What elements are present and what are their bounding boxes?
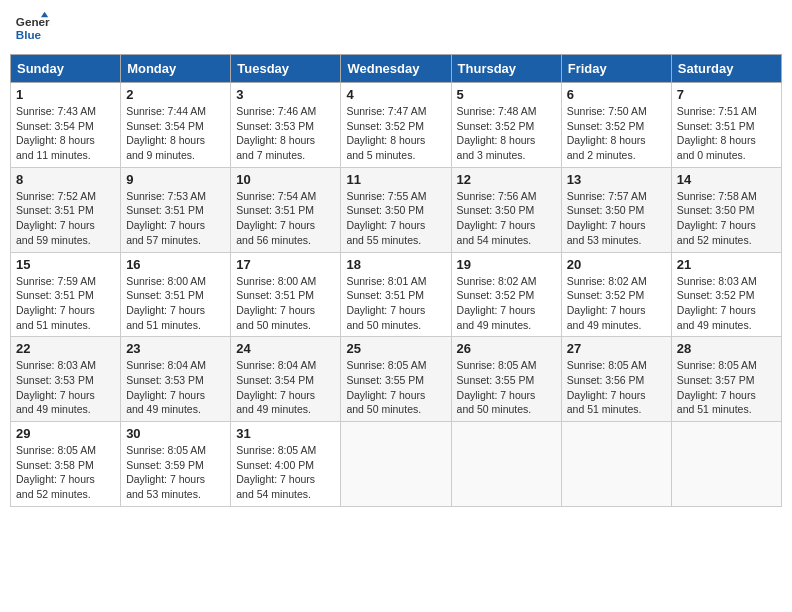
day-number: 16 [126, 257, 225, 272]
calendar-week-1: 1 Sunrise: 7:43 AMSunset: 3:54 PMDayligh… [11, 83, 782, 168]
calendar-week-3: 15 Sunrise: 7:59 AMSunset: 3:51 PMDaylig… [11, 252, 782, 337]
page-header: General Blue [10, 10, 782, 46]
calendar-day: 29 Sunrise: 8:05 AMSunset: 3:58 PMDaylig… [11, 422, 121, 507]
calendar-day: 27 Sunrise: 8:05 AMSunset: 3:56 PMDaylig… [561, 337, 671, 422]
calendar-day: 22 Sunrise: 8:03 AMSunset: 3:53 PMDaylig… [11, 337, 121, 422]
day-detail: Sunrise: 8:03 AMSunset: 3:52 PMDaylight:… [677, 274, 776, 333]
weekday-header-tuesday: Tuesday [231, 55, 341, 83]
day-number: 24 [236, 341, 335, 356]
calendar-day: 24 Sunrise: 8:04 AMSunset: 3:54 PMDaylig… [231, 337, 341, 422]
calendar-day: 4 Sunrise: 7:47 AMSunset: 3:52 PMDayligh… [341, 83, 451, 168]
day-number: 26 [457, 341, 556, 356]
day-detail: Sunrise: 7:52 AMSunset: 3:51 PMDaylight:… [16, 189, 115, 248]
calendar-day: 31 Sunrise: 8:05 AMSunset: 4:00 PMDaylig… [231, 422, 341, 507]
calendar-table: SundayMondayTuesdayWednesdayThursdayFrid… [10, 54, 782, 507]
day-detail: Sunrise: 8:04 AMSunset: 3:53 PMDaylight:… [126, 358, 225, 417]
calendar-day: 13 Sunrise: 7:57 AMSunset: 3:50 PMDaylig… [561, 167, 671, 252]
calendar-day: 19 Sunrise: 8:02 AMSunset: 3:52 PMDaylig… [451, 252, 561, 337]
day-detail: Sunrise: 7:43 AMSunset: 3:54 PMDaylight:… [16, 104, 115, 163]
day-number: 20 [567, 257, 666, 272]
day-detail: Sunrise: 7:53 AMSunset: 3:51 PMDaylight:… [126, 189, 225, 248]
day-detail: Sunrise: 7:56 AMSunset: 3:50 PMDaylight:… [457, 189, 556, 248]
day-number: 5 [457, 87, 556, 102]
calendar-week-4: 22 Sunrise: 8:03 AMSunset: 3:53 PMDaylig… [11, 337, 782, 422]
calendar-day [671, 422, 781, 507]
day-detail: Sunrise: 8:05 AMSunset: 3:59 PMDaylight:… [126, 443, 225, 502]
calendar-day: 18 Sunrise: 8:01 AMSunset: 3:51 PMDaylig… [341, 252, 451, 337]
calendar-day [561, 422, 671, 507]
day-number: 31 [236, 426, 335, 441]
day-number: 28 [677, 341, 776, 356]
calendar-day: 10 Sunrise: 7:54 AMSunset: 3:51 PMDaylig… [231, 167, 341, 252]
day-number: 15 [16, 257, 115, 272]
calendar-day: 20 Sunrise: 8:02 AMSunset: 3:52 PMDaylig… [561, 252, 671, 337]
calendar-day: 26 Sunrise: 8:05 AMSunset: 3:55 PMDaylig… [451, 337, 561, 422]
calendar-day: 21 Sunrise: 8:03 AMSunset: 3:52 PMDaylig… [671, 252, 781, 337]
day-detail: Sunrise: 8:05 AMSunset: 3:57 PMDaylight:… [677, 358, 776, 417]
day-detail: Sunrise: 7:47 AMSunset: 3:52 PMDaylight:… [346, 104, 445, 163]
day-number: 11 [346, 172, 445, 187]
calendar-day: 3 Sunrise: 7:46 AMSunset: 3:53 PMDayligh… [231, 83, 341, 168]
calendar-day: 23 Sunrise: 8:04 AMSunset: 3:53 PMDaylig… [121, 337, 231, 422]
day-number: 22 [16, 341, 115, 356]
day-detail: Sunrise: 7:54 AMSunset: 3:51 PMDaylight:… [236, 189, 335, 248]
day-detail: Sunrise: 7:46 AMSunset: 3:53 PMDaylight:… [236, 104, 335, 163]
day-detail: Sunrise: 8:02 AMSunset: 3:52 PMDaylight:… [457, 274, 556, 333]
logo: General Blue [14, 10, 50, 46]
day-detail: Sunrise: 7:57 AMSunset: 3:50 PMDaylight:… [567, 189, 666, 248]
day-detail: Sunrise: 8:03 AMSunset: 3:53 PMDaylight:… [16, 358, 115, 417]
day-number: 6 [567, 87, 666, 102]
day-detail: Sunrise: 8:01 AMSunset: 3:51 PMDaylight:… [346, 274, 445, 333]
logo-icon: General Blue [14, 10, 50, 46]
day-detail: Sunrise: 8:05 AMSunset: 3:55 PMDaylight:… [346, 358, 445, 417]
day-detail: Sunrise: 7:59 AMSunset: 3:51 PMDaylight:… [16, 274, 115, 333]
day-number: 23 [126, 341, 225, 356]
calendar-day: 7 Sunrise: 7:51 AMSunset: 3:51 PMDayligh… [671, 83, 781, 168]
day-detail: Sunrise: 7:50 AMSunset: 3:52 PMDaylight:… [567, 104, 666, 163]
day-number: 8 [16, 172, 115, 187]
calendar-day: 28 Sunrise: 8:05 AMSunset: 3:57 PMDaylig… [671, 337, 781, 422]
calendar-day [451, 422, 561, 507]
calendar-day: 17 Sunrise: 8:00 AMSunset: 3:51 PMDaylig… [231, 252, 341, 337]
day-detail: Sunrise: 8:00 AMSunset: 3:51 PMDaylight:… [236, 274, 335, 333]
day-detail: Sunrise: 8:00 AMSunset: 3:51 PMDaylight:… [126, 274, 225, 333]
day-detail: Sunrise: 8:02 AMSunset: 3:52 PMDaylight:… [567, 274, 666, 333]
day-number: 27 [567, 341, 666, 356]
day-detail: Sunrise: 7:51 AMSunset: 3:51 PMDaylight:… [677, 104, 776, 163]
day-detail: Sunrise: 8:05 AMSunset: 4:00 PMDaylight:… [236, 443, 335, 502]
calendar-day: 25 Sunrise: 8:05 AMSunset: 3:55 PMDaylig… [341, 337, 451, 422]
day-number: 19 [457, 257, 556, 272]
calendar-day: 12 Sunrise: 7:56 AMSunset: 3:50 PMDaylig… [451, 167, 561, 252]
calendar-day: 14 Sunrise: 7:58 AMSunset: 3:50 PMDaylig… [671, 167, 781, 252]
day-number: 17 [236, 257, 335, 272]
calendar-week-5: 29 Sunrise: 8:05 AMSunset: 3:58 PMDaylig… [11, 422, 782, 507]
day-number: 25 [346, 341, 445, 356]
calendar-day [341, 422, 451, 507]
weekday-header-wednesday: Wednesday [341, 55, 451, 83]
calendar-day: 6 Sunrise: 7:50 AMSunset: 3:52 PMDayligh… [561, 83, 671, 168]
day-detail: Sunrise: 8:05 AMSunset: 3:56 PMDaylight:… [567, 358, 666, 417]
weekday-header-thursday: Thursday [451, 55, 561, 83]
day-number: 21 [677, 257, 776, 272]
calendar-day: 2 Sunrise: 7:44 AMSunset: 3:54 PMDayligh… [121, 83, 231, 168]
calendar-day: 30 Sunrise: 8:05 AMSunset: 3:59 PMDaylig… [121, 422, 231, 507]
weekday-header-saturday: Saturday [671, 55, 781, 83]
day-detail: Sunrise: 7:44 AMSunset: 3:54 PMDaylight:… [126, 104, 225, 163]
calendar-day: 9 Sunrise: 7:53 AMSunset: 3:51 PMDayligh… [121, 167, 231, 252]
weekday-header-friday: Friday [561, 55, 671, 83]
svg-text:Blue: Blue [16, 28, 42, 41]
day-number: 29 [16, 426, 115, 441]
day-number: 14 [677, 172, 776, 187]
day-number: 18 [346, 257, 445, 272]
day-number: 12 [457, 172, 556, 187]
calendar-day: 11 Sunrise: 7:55 AMSunset: 3:50 PMDaylig… [341, 167, 451, 252]
day-number: 2 [126, 87, 225, 102]
day-detail: Sunrise: 7:48 AMSunset: 3:52 PMDaylight:… [457, 104, 556, 163]
calendar-day: 5 Sunrise: 7:48 AMSunset: 3:52 PMDayligh… [451, 83, 561, 168]
calendar-day: 15 Sunrise: 7:59 AMSunset: 3:51 PMDaylig… [11, 252, 121, 337]
day-detail: Sunrise: 7:58 AMSunset: 3:50 PMDaylight:… [677, 189, 776, 248]
calendar-week-2: 8 Sunrise: 7:52 AMSunset: 3:51 PMDayligh… [11, 167, 782, 252]
day-number: 30 [126, 426, 225, 441]
day-number: 3 [236, 87, 335, 102]
day-detail: Sunrise: 8:05 AMSunset: 3:55 PMDaylight:… [457, 358, 556, 417]
